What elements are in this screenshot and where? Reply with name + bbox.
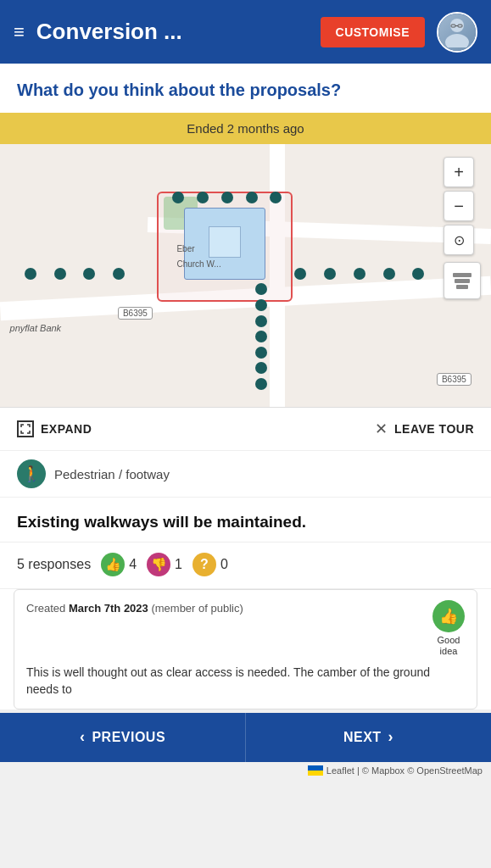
category-label: Pedestrian / footway	[54, 467, 170, 481]
comment-meta-suffix: (member of public)	[148, 602, 243, 615]
map-container[interactable]: B6395 B6395 pnyflat Bank Eber Church W..…	[0, 144, 491, 407]
map-controls: + − ⊙	[444, 157, 481, 299]
comment-meta-prefix: Created	[26, 602, 69, 615]
previous-chevron-icon: ‹	[80, 728, 86, 746]
svg-point-1	[445, 34, 469, 47]
thumbs-down-group: 👎 1	[147, 553, 182, 576]
question-group: ? 0	[192, 553, 228, 576]
thumbs-down-icon: 👎	[147, 553, 170, 576]
expand-icon	[17, 420, 34, 437]
question-count: 0	[220, 557, 228, 572]
panel-toolbar: EXPAND ✕ LEAVE TOUR	[0, 408, 491, 451]
good-idea-icon: 👍	[432, 600, 465, 632]
customise-button[interactable]: CUSTOMISE	[321, 17, 425, 47]
thumbs-up-icon: 👍	[101, 553, 125, 576]
map-attribution: Leaflet | © Mapbox © OpenStreetMap	[0, 762, 491, 779]
responses-row: 5 responses 👍 4 👎 1 ? 0	[0, 542, 491, 589]
map-dot-path	[0, 144, 491, 407]
map-church-label: Church W...	[176, 259, 220, 269]
layers-icon	[453, 273, 471, 289]
avatar[interactable]	[437, 12, 477, 53]
comment-card: Created March 7th 2023 (member of public…	[14, 589, 477, 709]
map-eber-label: Eber	[176, 244, 194, 253]
close-icon: ✕	[375, 420, 388, 438]
menu-icon[interactable]: ≡	[14, 21, 25, 43]
leave-tour-button[interactable]: ✕ LEAVE TOUR	[375, 420, 474, 438]
pedestrian-icon: 🚶	[22, 465, 41, 483]
question-section: What do you think about the proposals?	[0, 64, 491, 113]
responses-count: 5 responses	[17, 557, 91, 572]
statement-text: Existing walkways will be maintained.	[17, 511, 474, 533]
main-panel: EXPAND ✕ LEAVE TOUR 🚶 Pedestrian / footw…	[0, 407, 491, 709]
question-text: What do you think about the proposals?	[17, 79, 474, 101]
status-banner: Ended 2 months ago	[0, 113, 491, 144]
map-bank-label: pnyflat Bank	[10, 323, 62, 333]
next-chevron-icon: ›	[388, 728, 394, 746]
good-idea-badge: 👍 Goodidea	[432, 600, 465, 657]
app-header: ≡ Conversion ... CUSTOMISE	[0, 0, 491, 64]
attribution-text: Leaflet | © Mapbox © OpenStreetMap	[326, 765, 483, 776]
previous-button[interactable]: ‹ PREVIOUS	[0, 713, 246, 762]
bottom-navigation: ‹ PREVIOUS NEXT ›	[0, 713, 491, 762]
comment-date: March 7th 2023	[69, 602, 148, 615]
zoom-in-button[interactable]: +	[444, 157, 474, 187]
layers-button[interactable]	[444, 262, 481, 299]
thumbs-up-group: 👍 4	[101, 553, 137, 576]
question-icon: ?	[192, 553, 216, 576]
category-icon: 🚶	[17, 459, 46, 488]
thumbs-up-count: 4	[129, 557, 137, 572]
comment-meta: Created March 7th 2023 (member of public…	[26, 600, 243, 617]
map-road-label-left: B6395	[118, 307, 153, 320]
app-title: Conversion ...	[36, 19, 309, 45]
map-road-label-right: B6395	[437, 373, 471, 386]
zoom-out-button[interactable]: −	[444, 191, 474, 221]
map-background: B6395 B6395 pnyflat Bank Eber Church W..…	[0, 144, 491, 407]
category-row: 🚶 Pedestrian / footway	[0, 451, 491, 498]
comment-body: This is well thought out as clear access…	[26, 664, 465, 698]
avatar-image	[438, 14, 476, 51]
location-button[interactable]: ⊙	[444, 225, 474, 255]
statement-section: Existing walkways will be maintained.	[0, 498, 491, 542]
next-button[interactable]: NEXT ›	[246, 713, 491, 762]
comment-header: Created March 7th 2023 (member of public…	[26, 600, 465, 657]
thumbs-down-count: 1	[175, 557, 182, 572]
expand-button[interactable]: EXPAND	[17, 420, 92, 437]
good-idea-label: Goodidea	[438, 635, 460, 657]
ukraine-flag-icon	[308, 765, 323, 776]
